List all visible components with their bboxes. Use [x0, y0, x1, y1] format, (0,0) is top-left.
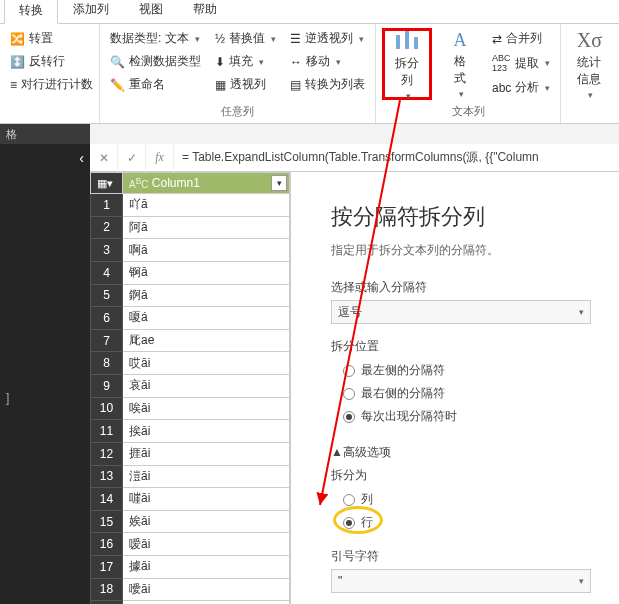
tab-help[interactable]: 帮助: [178, 0, 232, 23]
table-row[interactable]: 5錒ā: [91, 284, 290, 307]
column-filter-icon[interactable]: ▾: [271, 175, 287, 191]
table-row[interactable]: 14嘊āi: [91, 488, 290, 511]
table-row[interactable]: 16嗳āi: [91, 533, 290, 556]
split-column-button[interactable]: 拆分 列 ▾: [382, 28, 432, 100]
row-number[interactable]: 8: [91, 352, 123, 375]
list-icon: ▤: [290, 78, 301, 92]
row-number[interactable]: 4: [91, 261, 123, 284]
tolist-button[interactable]: ▤转换为列表: [286, 74, 369, 95]
row-number[interactable]: 17: [91, 556, 123, 579]
radio-to-columns[interactable]: 列: [331, 488, 595, 511]
row-number[interactable]: 2: [91, 216, 123, 239]
stats-button[interactable]: Χσ 统计 信息▾: [567, 28, 611, 100]
formula-cancel-button[interactable]: ✕: [90, 144, 118, 172]
table-row[interactable]: 11挨āi: [91, 420, 290, 443]
table-row[interactable]: 4锕ā: [91, 261, 290, 284]
row-number[interactable]: 18: [91, 578, 123, 601]
fill-button[interactable]: ⬇填充▾: [211, 51, 280, 72]
radio-to-rows[interactable]: 行: [331, 511, 595, 534]
merge-button[interactable]: ⇄合并列: [488, 28, 554, 49]
cell[interactable]: 噯āi: [123, 578, 290, 601]
table-row[interactable]: 10唉āi: [91, 397, 290, 420]
cell[interactable]: 據āi: [123, 556, 290, 579]
table-row[interactable]: 7厑ae: [91, 329, 290, 352]
cell[interactable]: 哎āi: [123, 352, 290, 375]
row-number[interactable]: 5: [91, 284, 123, 307]
cell[interactable]: 挨āi: [123, 420, 290, 443]
transpose-button[interactable]: 🔀 转置: [6, 28, 93, 49]
reverse-rows-button[interactable]: ↕️ 反转行: [6, 51, 93, 72]
sidebar-content: ]: [0, 391, 90, 405]
cell[interactable]: 錒ā: [123, 284, 290, 307]
cell[interactable]: 娭āi: [123, 510, 290, 533]
extract-icon: ABC123: [492, 53, 511, 73]
cell[interactable]: 嘊āi: [123, 488, 290, 511]
cell[interactable]: 溰āi: [123, 465, 290, 488]
format-button[interactable]: A 格 式 ▾: [438, 28, 482, 100]
tab-view[interactable]: 视图: [124, 0, 178, 23]
workspace: ‹ ] ✕ ✓ fx = Table.ExpandListColumn(Tabl…: [0, 144, 619, 604]
pivot-button[interactable]: ▦透视列: [211, 74, 280, 95]
row-number[interactable]: 16: [91, 533, 123, 556]
row-number[interactable]: 10: [91, 397, 123, 420]
cell[interactable]: 吖ā: [123, 194, 290, 217]
table-corner[interactable]: ▦▾: [91, 173, 123, 194]
cell[interactable]: 阿ā: [123, 216, 290, 239]
unpivot-button[interactable]: ☰逆透视列▾: [286, 28, 369, 49]
table-row[interactable]: 18噯āi: [91, 578, 290, 601]
row-number[interactable]: 7: [91, 329, 123, 352]
row-number[interactable]: 6: [91, 307, 123, 330]
table-row[interactable]: 1吖ā: [91, 194, 290, 217]
rename-button[interactable]: ✏️重命名: [106, 74, 205, 95]
radio-leftmost[interactable]: 最左侧的分隔符: [331, 359, 595, 382]
extract-button[interactable]: ABC123提取▾: [488, 51, 554, 75]
row-number[interactable]: 11: [91, 420, 123, 443]
collapse-sidebar-icon[interactable]: ‹: [79, 150, 84, 166]
table-row[interactable]: 6嗄á: [91, 307, 290, 330]
cell[interactable]: 捱āi: [123, 442, 290, 465]
fx-icon[interactable]: fx: [146, 144, 174, 172]
parse-button[interactable]: abc分析▾: [488, 77, 554, 98]
table-row[interactable]: 13溰āi: [91, 465, 290, 488]
row-number[interactable]: 14: [91, 488, 123, 511]
row-number[interactable]: 13: [91, 465, 123, 488]
table-row[interactable]: 9哀āi: [91, 375, 290, 398]
delimiter-select[interactable]: 逗号 ▾: [331, 300, 591, 324]
sigma-icon: Χσ: [575, 29, 603, 52]
radio-each[interactable]: 每次出现分隔符时: [331, 405, 595, 428]
tab-add-column[interactable]: 添加列: [58, 0, 124, 23]
table-row[interactable]: 17據āi: [91, 556, 290, 579]
formula-confirm-button[interactable]: ✓: [118, 144, 146, 172]
column-header-column1[interactable]: ABC Column1 ▾: [123, 173, 290, 194]
move-button[interactable]: ↔移动▾: [286, 51, 369, 72]
cell[interactable]: 嗄á: [123, 307, 290, 330]
count-rows-button[interactable]: ≡ 对行进行计数: [6, 74, 93, 95]
row-number[interactable]: 9: [91, 375, 123, 398]
row-number[interactable]: 3: [91, 239, 123, 262]
radio-rightmost[interactable]: 最右侧的分隔符: [331, 382, 595, 405]
formula-input[interactable]: = Table.ExpandListColumn(Table.Transform…: [174, 149, 619, 166]
split-icon: [393, 27, 421, 53]
detect-type-button[interactable]: 🔍检测数据类型: [106, 51, 205, 72]
table-row[interactable]: 8哎āi: [91, 352, 290, 375]
split-column-dialog: 按分隔符拆分列 指定用于拆分文本列的分隔符。 选择或输入分隔符 逗号 ▾ 拆分位…: [290, 172, 619, 604]
cell[interactable]: 唉āi: [123, 397, 290, 420]
quote-select[interactable]: " ▾: [331, 569, 591, 593]
row-number[interactable]: 12: [91, 442, 123, 465]
table-row[interactable]: 15娭āi: [91, 510, 290, 533]
datatype-button[interactable]: 数据类型: 文本▾: [106, 28, 205, 49]
reverse-icon: ↕️: [10, 55, 25, 69]
cell[interactable]: 锕ā: [123, 261, 290, 284]
row-number[interactable]: 15: [91, 510, 123, 533]
cell[interactable]: 厑ae: [123, 329, 290, 352]
table-row[interactable]: 12捱āi: [91, 442, 290, 465]
advanced-toggle[interactable]: ▲高级选项: [331, 444, 595, 461]
row-number[interactable]: 1: [91, 194, 123, 217]
table-row[interactable]: 3啊ā: [91, 239, 290, 262]
table-row[interactable]: 2阿ā: [91, 216, 290, 239]
cell[interactable]: 啊ā: [123, 239, 290, 262]
tab-transform[interactable]: 转换: [4, 0, 58, 24]
replace-button[interactable]: ½替换值▾: [211, 28, 280, 49]
cell[interactable]: 嗳āi: [123, 533, 290, 556]
cell[interactable]: 哀āi: [123, 375, 290, 398]
